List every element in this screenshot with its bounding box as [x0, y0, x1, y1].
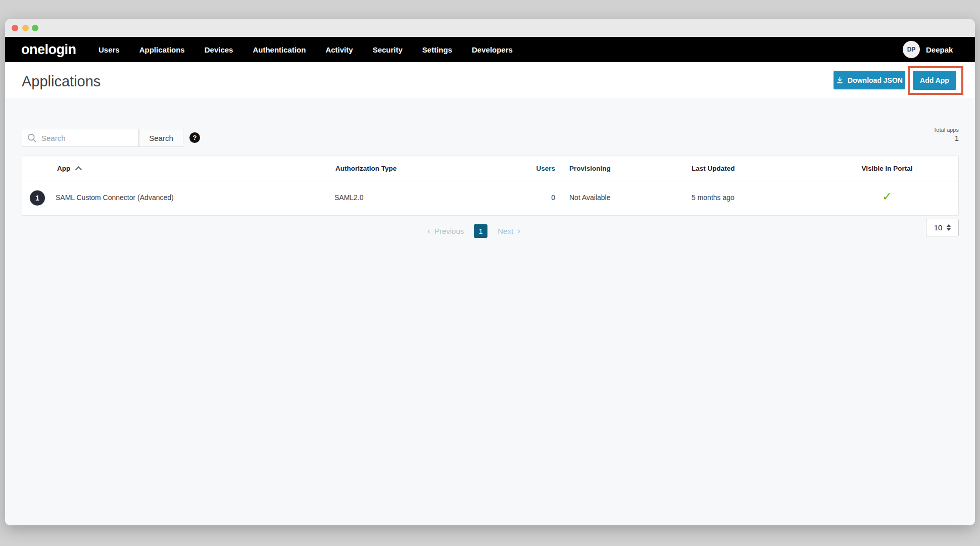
search-button[interactable]: Search: [139, 129, 183, 147]
nav-menu: Users Applications Devices Authenticatio…: [99, 37, 513, 62]
stepper-arrows-icon: [947, 224, 951, 231]
total-apps-value: 1: [934, 134, 959, 142]
cell-users-count: 0: [505, 193, 555, 202]
page-header: Applications Download JSON Add App: [5, 62, 975, 98]
nav-item-users[interactable]: Users: [99, 45, 120, 54]
download-json-label: Download JSON: [848, 76, 903, 84]
column-header-visible-in-portal[interactable]: Visible in Portal: [847, 165, 927, 172]
download-json-button[interactable]: Download JSON: [834, 71, 905, 89]
column-header-last-updated[interactable]: Last Updated: [692, 165, 735, 172]
window-zoom-button[interactable]: [32, 25, 38, 31]
add-app-label: Add App: [920, 76, 949, 84]
nav-item-security[interactable]: Security: [373, 45, 403, 54]
sort-ascending-icon: [75, 166, 82, 173]
check-icon: ✓: [882, 189, 892, 203]
pagination: ‹ Previous 1 Next ›: [22, 224, 926, 238]
chevron-left-icon: ‹: [427, 227, 430, 235]
nav-item-applications[interactable]: Applications: [139, 45, 185, 54]
column-header-app[interactable]: App: [57, 165, 81, 172]
table-row[interactable]: 1 SAML Custom Connector (Advanced) SAML2…: [22, 181, 958, 215]
page-size-value: 10: [934, 223, 943, 232]
nav-item-authentication[interactable]: Authentication: [253, 45, 306, 54]
search-input[interactable]: [22, 129, 139, 147]
add-app-button[interactable]: Add App: [913, 71, 956, 90]
next-page-button[interactable]: Next ›: [498, 227, 520, 235]
window-minimize-button[interactable]: [22, 25, 29, 31]
chevron-right-icon: ›: [517, 227, 520, 235]
next-label: Next: [498, 227, 513, 235]
current-page-button[interactable]: 1: [474, 224, 487, 238]
cell-authorization-type: SAML2.0: [334, 193, 364, 202]
column-header-authorization-type[interactable]: Authorization Type: [335, 165, 397, 172]
column-header-provisioning[interactable]: Provisioning: [569, 165, 611, 172]
nav-item-activity[interactable]: Activity: [325, 45, 353, 54]
onelogin-logo[interactable]: onelogin: [21, 42, 76, 58]
download-icon: [836, 76, 844, 84]
column-header-users[interactable]: Users: [505, 165, 555, 172]
nav-item-devices[interactable]: Devices: [205, 45, 233, 54]
cell-app-name[interactable]: SAML Custom Connector (Advanced): [56, 193, 174, 202]
table-header-row: App Authorization Type Users Provisionin…: [22, 156, 958, 181]
nav-item-developers[interactable]: Developers: [472, 45, 513, 54]
window-titlebar: [5, 19, 975, 37]
cell-provisioning: Not Available: [569, 193, 610, 202]
applications-table: App Authorization Type Users Provisionin…: [22, 156, 959, 216]
window-close-button[interactable]: [12, 25, 18, 31]
total-apps-label: Total apps: [934, 127, 959, 133]
total-apps: Total apps 1: [934, 127, 959, 142]
page-title: Applications: [22, 73, 101, 90]
help-icon[interactable]: ?: [189, 132, 200, 143]
cell-visible-in-portal: ✓: [847, 190, 927, 203]
row-number-badge: 1: [30, 190, 45, 206]
main-content: Search ? Total apps 1 App Authorization …: [5, 98, 975, 525]
nav-item-settings[interactable]: Settings: [422, 45, 452, 54]
page-size-select[interactable]: 10: [926, 219, 959, 236]
user-name[interactable]: Deepak: [926, 45, 953, 54]
previous-page-button[interactable]: ‹ Previous: [427, 227, 464, 235]
app-window: onelogin Users Applications Devices Auth…: [5, 19, 975, 525]
previous-label: Previous: [434, 227, 464, 235]
avatar[interactable]: DP: [903, 41, 920, 58]
cell-last-updated: 5 months ago: [692, 193, 734, 202]
top-navbar: onelogin Users Applications Devices Auth…: [5, 37, 975, 62]
